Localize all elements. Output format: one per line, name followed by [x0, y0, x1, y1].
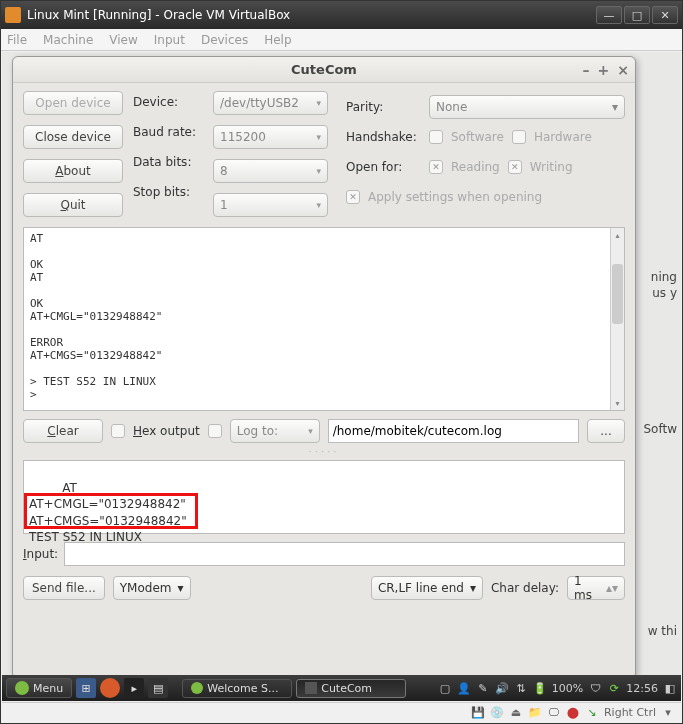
- task-welcome-icon: [191, 682, 203, 694]
- quit-button[interactable]: Quit: [23, 193, 123, 217]
- cutecom-title: CuteCom: [291, 62, 357, 77]
- command-input[interactable]: [64, 542, 625, 566]
- status-optical-icon[interactable]: 💿: [490, 706, 504, 720]
- tray-battery-icon[interactable]: 🔋: [533, 681, 547, 695]
- clear-button[interactable]: Clear: [23, 419, 103, 443]
- menu-input[interactable]: Input: [154, 33, 185, 47]
- mint-menu-button[interactable]: Menu: [6, 678, 72, 698]
- status-recording-icon[interactable]: ⬤: [566, 706, 580, 720]
- vbox-menubar: File Machine View Input Devices Help: [1, 29, 682, 51]
- reading-label: Reading: [451, 160, 500, 174]
- logpath-input[interactable]: [328, 419, 579, 443]
- task-cutecom-icon: [305, 682, 317, 694]
- cutecom-minimize[interactable]: –: [583, 62, 590, 78]
- status-folder-icon[interactable]: 📁: [528, 706, 542, 720]
- cutecom-maximize[interactable]: +: [598, 62, 610, 78]
- vbox-icon: [5, 7, 21, 23]
- menu-machine[interactable]: Machine: [43, 33, 93, 47]
- bg-text-a: ning: [637, 270, 677, 284]
- tray-refresh-icon[interactable]: ⟳: [607, 681, 621, 695]
- databits-select[interactable]: 8▾: [213, 159, 328, 183]
- parity-select[interactable]: None▾: [429, 95, 625, 119]
- databits-label: Data bits:: [133, 155, 203, 169]
- menu-devices[interactable]: Devices: [201, 33, 248, 47]
- status-mouse-icon[interactable]: ↘: [585, 706, 599, 720]
- tray-battery-text: 100%: [552, 682, 583, 695]
- about-button[interactable]: About: [23, 159, 123, 183]
- hexout-checkbox[interactable]: [111, 424, 125, 438]
- task-cutecom[interactable]: CuteCom: [296, 679, 406, 698]
- hardware-label: Hardware: [534, 130, 592, 144]
- stopbits-label: Stop bits:: [133, 185, 203, 199]
- send-file-button[interactable]: Send file...: [23, 576, 105, 600]
- stopbits-select[interactable]: 1▾: [213, 193, 328, 217]
- maximize-button[interactable]: □: [624, 6, 650, 24]
- status-disk-icon[interactable]: 💾: [471, 706, 485, 720]
- terminal-scrollbar[interactable]: ▴▾: [610, 228, 624, 410]
- tray-user-icon[interactable]: 👤: [457, 681, 471, 695]
- tray-network-icon[interactable]: ⇅: [514, 681, 528, 695]
- software-checkbox[interactable]: [429, 130, 443, 144]
- firefox-icon[interactable]: [100, 678, 120, 698]
- open-device-button[interactable]: Open device: [23, 91, 123, 115]
- software-label: Software: [451, 130, 504, 144]
- cutecom-close[interactable]: ×: [617, 62, 629, 78]
- terminal-content: AT OK AT OK AT+CMGL="0132948842" ERROR A…: [24, 228, 624, 410]
- hexout-label: Hex output: [133, 424, 200, 438]
- task-welcome-label: Welcome S...: [207, 682, 278, 695]
- reading-checkbox[interactable]: [429, 160, 443, 174]
- device-select[interactable]: /dev/ttyUSB2▾: [213, 91, 328, 115]
- tray-updates-icon[interactable]: ✎: [476, 681, 490, 695]
- tray-shield-icon[interactable]: 🛡: [588, 681, 602, 695]
- files-icon[interactable]: ▤: [148, 678, 168, 698]
- system-tray: ▢ 👤 ✎ 🔊 ⇅ 🔋 100% 🛡 ⟳ 12:56 ◧: [438, 681, 677, 695]
- status-usb-icon[interactable]: ⏏: [509, 706, 523, 720]
- menu-view[interactable]: View: [109, 33, 137, 47]
- menu-help[interactable]: Help: [264, 33, 291, 47]
- tray-indicator-icon[interactable]: ◧: [663, 681, 677, 695]
- writing-label: Writing: [530, 160, 573, 174]
- status-display-icon[interactable]: 🖵: [547, 706, 561, 720]
- parity-label: Parity:: [346, 100, 421, 114]
- bg-text-c: Softw: [637, 422, 677, 436]
- hardware-checkbox[interactable]: [512, 130, 526, 144]
- terminal-output[interactable]: AT OK AT OK AT+CMGL="0132948842" ERROR A…: [23, 227, 625, 411]
- show-desktop-icon[interactable]: ⊞: [76, 678, 96, 698]
- apply-checkbox[interactable]: [346, 190, 360, 204]
- menu-file[interactable]: File: [7, 33, 27, 47]
- browse-button[interactable]: ...: [587, 419, 625, 443]
- logto-select[interactable]: Log to:▾: [230, 419, 320, 443]
- close-button[interactable]: ✕: [652, 6, 678, 24]
- vbox-titlebar: Linux Mint [Running] - Oracle VM Virtual…: [1, 1, 682, 29]
- bg-text-d: w thi: [637, 624, 677, 638]
- bg-text-b: us y: [637, 286, 677, 300]
- writing-checkbox[interactable]: [508, 160, 522, 174]
- close-device-button[interactable]: Close device: [23, 125, 123, 149]
- status-menu-icon[interactable]: ▾: [661, 706, 675, 720]
- chardelay-select[interactable]: 1 ms▴▾: [567, 576, 625, 600]
- cutecom-window: CuteCom – + × Open device Close device A…: [12, 56, 636, 679]
- mint-logo-icon: [15, 681, 29, 695]
- protocol-select[interactable]: YModem▾: [113, 576, 191, 600]
- logto-checkbox[interactable]: [208, 424, 222, 438]
- separator: ·····: [23, 443, 625, 460]
- device-label: Device:: [133, 95, 203, 109]
- vbox-title: Linux Mint [Running] - Oracle VM Virtual…: [27, 8, 594, 22]
- tray-volume-icon[interactable]: 🔊: [495, 681, 509, 695]
- mint-taskbar: Menu ⊞ ▸ ▤ Welcome S... CuteCom ▢ 👤 ✎ 🔊 …: [2, 675, 681, 701]
- baud-label: Baud rate:: [133, 125, 203, 139]
- command-history[interactable]: AT AT+CMGL="0132948842" AT+CMGS="0132948…: [23, 460, 625, 534]
- handshake-label: Handshake:: [346, 130, 421, 144]
- cutecom-titlebar: CuteCom – + ×: [13, 57, 635, 83]
- task-welcome[interactable]: Welcome S...: [182, 679, 292, 698]
- lineend-select[interactable]: CR,LF line end▾: [371, 576, 483, 600]
- tray-display-icon[interactable]: ▢: [438, 681, 452, 695]
- vbox-statusbar: 💾 💿 ⏏ 📁 🖵 ⬤ ↘ Right Ctrl ▾: [2, 702, 681, 722]
- terminal-icon[interactable]: ▸: [124, 678, 144, 698]
- baud-select[interactable]: 115200▾: [213, 125, 328, 149]
- minimize-button[interactable]: —: [596, 6, 622, 24]
- tray-clock[interactable]: 12:56: [626, 682, 658, 695]
- history-content: AT AT+CMGL="0132948842" AT+CMGS="0132948…: [29, 481, 187, 544]
- openfor-label: Open for:: [346, 160, 421, 174]
- chardelay-label: Char delay:: [491, 581, 559, 595]
